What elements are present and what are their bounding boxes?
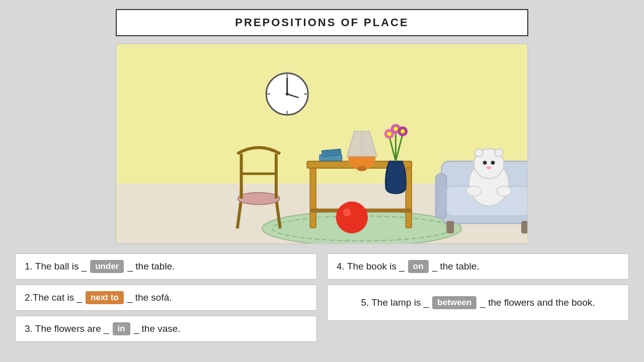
svg-point-39 — [394, 127, 398, 131]
svg-rect-66 — [521, 221, 527, 233]
sentence-3: 3. The flowers are _ in _ the vase. — [15, 316, 317, 342]
svg-point-38 — [387, 132, 391, 136]
svg-point-54 — [487, 166, 492, 169]
right-sentences: 4. The book is _ on _ the table. 5. The … — [327, 253, 629, 342]
svg-point-50 — [475, 149, 483, 157]
sentence-1-suffix: _ the table. — [127, 261, 175, 272]
sentence-2-answer: next to — [86, 291, 124, 304]
svg-rect-21 — [310, 168, 316, 228]
svg-point-16 — [238, 193, 280, 205]
sentence-4: 4. The book is _ on _ the table. — [327, 253, 629, 280]
sentence-1: 1. The ball is _ under _ the table. — [15, 253, 317, 280]
sentence-5-answer: between — [432, 296, 476, 309]
sentence-5: 5. The lamp is _ between _ the flowers a… — [327, 285, 629, 321]
sentence-2-prefix: 2.The cat is _ — [25, 292, 82, 303]
svg-rect-45 — [436, 173, 447, 218]
left-sentences: 1. The ball is _ under _ the table. 2.Th… — [15, 253, 317, 342]
svg-point-42 — [343, 209, 351, 217]
svg-point-40 — [400, 129, 405, 133]
sentence-4-suffix: _ the table. — [432, 261, 479, 272]
sentence-5-text: 5. The lamp is _ — [361, 297, 429, 308]
sentence-3-prefix: 3. The flowers are _ — [25, 323, 109, 334]
sentence-4-answer: on — [408, 260, 429, 273]
page-title: PREPOSITIONS OF PLACE — [116, 9, 528, 36]
sentence-3-suffix: _ the vase. — [134, 323, 181, 334]
sentence-3-answer: in — [113, 322, 130, 335]
svg-rect-31 — [322, 149, 342, 156]
sentence-1-answer: under — [90, 260, 124, 273]
sentence-1-prefix: 1. The ball is _ — [25, 261, 87, 272]
svg-point-52 — [483, 161, 487, 165]
sentence-5-suffix: _ the flowers and the book. — [480, 297, 595, 308]
sentence-2-suffix: _ the sofá. — [127, 292, 172, 303]
svg-rect-65 — [447, 221, 454, 233]
svg-point-25 — [357, 166, 367, 171]
svg-point-53 — [491, 161, 495, 165]
sentence-4-prefix: 4. The book is _ — [337, 261, 405, 272]
sentences-area: 1. The ball is _ under _ the table. 2.Th… — [10, 253, 634, 342]
svg-point-41 — [336, 202, 368, 233]
room-image — [116, 43, 528, 244]
svg-point-56 — [497, 186, 512, 196]
svg-rect-22 — [406, 168, 412, 228]
svg-point-55 — [466, 186, 481, 196]
svg-point-51 — [495, 149, 503, 157]
sentence-2: 2.The cat is _ next to _ the sofá. — [15, 285, 317, 311]
